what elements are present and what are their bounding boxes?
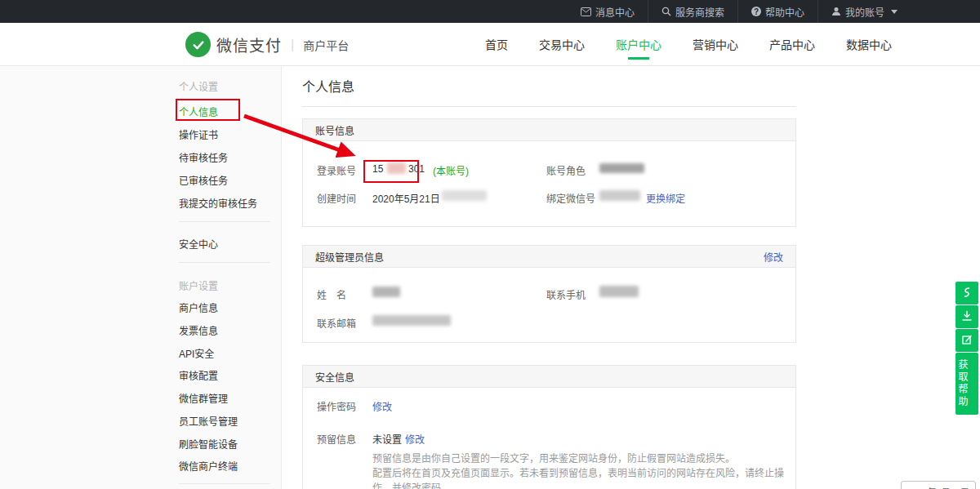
sidebar-item-wechat-group-mgmt[interactable]: 微信群管理 — [179, 391, 228, 405]
reserved-info-status: 未设置 — [372, 432, 402, 446]
mail-icon — [581, 7, 591, 16]
login-account-redacted — [387, 162, 406, 174]
account-info-panel: 账号信息 登录账号 15 301 (本账号) 账号角色 创建时间 2020年5月… — [302, 118, 796, 227]
my-account-menu[interactable]: 我的账号 — [817, 0, 911, 23]
provider-search-menu[interactable]: 服务商搜索 — [648, 0, 737, 23]
security-info-header: 安全信息 — [315, 370, 354, 384]
contact-icon — [961, 287, 973, 300]
operation-password-edit-link[interactable]: 修改 — [372, 399, 392, 413]
nav-marketing-center[interactable]: 营销中心 — [677, 23, 754, 65]
title-rule — [302, 106, 796, 107]
login-account-label: 登录账号 — [317, 163, 356, 177]
floating-help-widget: 获取帮助 — [956, 282, 978, 415]
created-time-redacted — [442, 190, 487, 201]
sidebar-header-personal-settings: 个人设置 — [179, 79, 218, 93]
feedback-button[interactable] — [956, 329, 978, 352]
note-line: 预留信息是由你自己设置的一段文字，用来鉴定网站身份，防止假冒网站造成损失。 — [372, 451, 785, 466]
date-badge: 2020年5月22日 — [901, 481, 976, 489]
sidebar-item-api-security[interactable]: API安全 — [179, 346, 214, 360]
account-role-redacted — [599, 163, 644, 173]
account-info-header: 账号信息 — [303, 119, 795, 141]
help-center-menu[interactable]: ? 帮助中心 — [737, 0, 817, 23]
nav-home[interactable]: 首页 — [470, 23, 523, 65]
user-icon — [831, 7, 841, 16]
account-role-label: 账号角色 — [546, 163, 586, 177]
sidebar — [0, 66, 282, 489]
search-icon — [662, 7, 671, 16]
reserved-info-notes: 预留信息是由你自己设置的一段文字，用来鉴定网站身份，防止假冒网站造成损失。 配置… — [372, 451, 785, 489]
reserved-info-edit-link[interactable]: 修改 — [405, 432, 425, 446]
contact-email-label: 联系邮箱 — [317, 316, 356, 330]
rebind-link[interactable]: 更换绑定 — [646, 191, 685, 205]
nav-data-center[interactable]: 数据中心 — [831, 23, 907, 65]
sidebar-item-reviewed[interactable]: 已审核任务 — [179, 173, 228, 187]
sidebar-item-face-device[interactable]: 刷脸智能设备 — [179, 437, 238, 451]
sidebar-item-merchant-terminal[interactable]: 微信商户终端 — [179, 459, 238, 473]
created-time-value: 2020年5月21日 — [372, 191, 440, 205]
contact-email-redacted — [372, 315, 451, 326]
sidebar-divider — [179, 221, 270, 222]
name-label: 姓 名 — [317, 287, 346, 301]
sidebar-item-invoice-info[interactable]: 发票信息 — [179, 323, 218, 337]
site-header: 微信支付 | 商户平台 首页 交易中心 账户中心 营销中心 产品中心 数据中心 — [0, 23, 980, 66]
bound-wechat-label: 绑定微信号 — [546, 191, 595, 205]
sidebar-header-account-settings: 账户设置 — [179, 278, 218, 292]
message-center-menu[interactable]: 消息中心 — [568, 0, 648, 23]
bound-wechat-redacted — [599, 190, 640, 201]
chevron-down-icon — [891, 10, 898, 14]
sidebar-item-personal-info[interactable]: 个人信息 — [179, 104, 218, 118]
help-center-label: 帮助中心 — [765, 5, 804, 19]
sidebar-item-staff-account-mgmt[interactable]: 员工账号管理 — [179, 414, 238, 428]
sidebar-item-merchant-info[interactable]: 商户信息 — [179, 300, 218, 314]
login-account-prefix: 15 — [372, 163, 383, 175]
nav-account-center[interactable]: 账户中心 — [600, 23, 677, 65]
message-center-label: 消息中心 — [595, 5, 635, 19]
question-icon: ? — [751, 7, 761, 16]
get-help-button[interactable]: 获取帮助 — [956, 353, 978, 415]
login-account-suffix: 301 — [408, 163, 425, 175]
name-redacted — [372, 287, 400, 297]
admin-edit-link[interactable]: 修改 — [764, 250, 783, 264]
nav-transaction-center[interactable]: 交易中心 — [523, 23, 600, 65]
sidebar-divider — [179, 262, 270, 263]
sidebar-item-my-submitted-review[interactable]: 我提交的审核任务 — [179, 196, 257, 210]
brand-subtitle: 商户平台 — [303, 37, 349, 53]
sidebar-item-review-config[interactable]: 审核配置 — [179, 368, 218, 382]
sidebar-item-operation-cert[interactable]: 操作证书 — [179, 127, 218, 141]
edit-icon — [961, 334, 973, 348]
provider-search-label: 服务商搜索 — [675, 5, 724, 19]
contact-phone-label: 联系手机 — [546, 287, 586, 301]
super-admin-header: 超级管理员信息 — [315, 250, 384, 264]
top-utility-bar: 消息中心 服务商搜索 ? 帮助中心 我的账号 — [0, 0, 980, 23]
primary-nav: 首页 交易中心 账户中心 营销中心 产品中心 数据中心 — [470, 23, 907, 65]
security-info-panel: 安全信息 操作密码 修改 预留信息 未设置 修改 预留信息是由你自己设置的一段文… — [302, 365, 796, 489]
note-line: 配置后将在首页及充值页面显示。若未看到预留信息，表明当前访问的网站存在风险，请终… — [372, 466, 785, 489]
my-account-label: 我的账号 — [845, 5, 884, 19]
download-button[interactable] — [956, 305, 978, 328]
wechat-pay-logo-icon — [185, 32, 211, 57]
contact-phone-redacted — [599, 286, 639, 297]
download-icon — [961, 310, 973, 324]
sidebar-divider — [179, 483, 270, 484]
nav-product-center[interactable]: 产品中心 — [754, 23, 831, 65]
brand[interactable]: 微信支付 | 商户平台 — [185, 32, 349, 57]
created-time-label: 创建时间 — [317, 191, 356, 205]
sidebar-item-pending-review[interactable]: 待审核任务 — [179, 150, 228, 164]
operation-password-label: 操作密码 — [317, 399, 356, 413]
current-account-tag: (本账号) — [433, 163, 469, 177]
brand-name: 微信支付 — [216, 33, 282, 56]
super-admin-panel: 超级管理员信息 修改 姓 名 联系手机 联系邮箱 — [302, 245, 796, 343]
page-title: 个人信息 — [302, 76, 354, 96]
brand-divider: | — [291, 38, 294, 52]
sidebar-item-security-center[interactable]: 安全中心 — [179, 237, 218, 251]
contact-button[interactable] — [956, 282, 978, 305]
reserved-info-label: 预留信息 — [317, 432, 356, 446]
